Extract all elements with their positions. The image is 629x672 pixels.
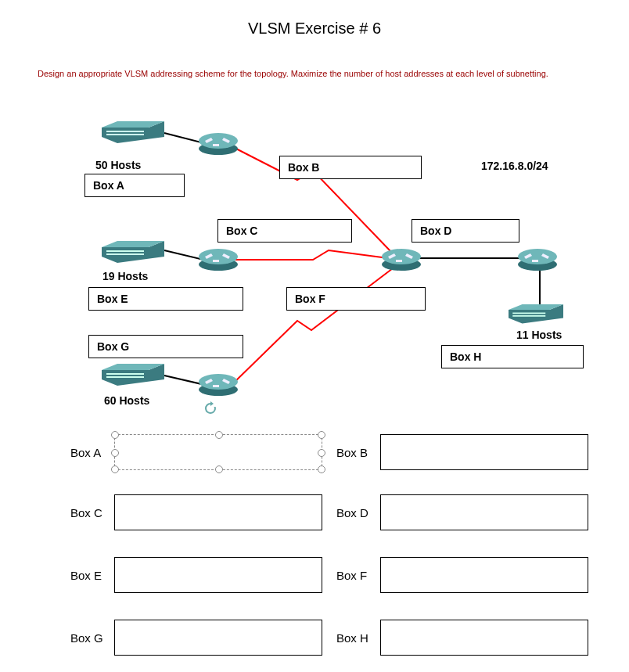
answer-row-g: Box G [70,620,322,656]
svg-rect-7 [106,131,144,132]
svg-rect-14 [106,253,144,255]
page: VLSM Exercise # 6 Design an appropriate … [0,0,629,672]
answer-field-b[interactable] [380,434,588,470]
exercise-instructions: Design an appropriate VLSM addressing sc… [38,69,548,78]
answer-field-h[interactable] [380,620,588,656]
answer-label-c: Box C [70,506,114,519]
answer-field-a[interactable] [114,434,322,470]
network-address: 172.16.8.0/24 [481,160,548,172]
router-icon [516,247,559,272]
answer-field-g[interactable] [114,620,322,656]
topology-box-b: Box B [279,156,422,179]
switch-icon [509,304,563,327]
router-icon [197,131,239,156]
svg-rect-8 [106,134,144,135]
answer-label-e: Box E [70,569,114,582]
hosts-count-e: 19 Hosts [102,270,148,282]
svg-rect-28 [106,376,144,378]
topology-box-h: Box H [441,345,584,368]
answer-row-c: Box C [70,494,322,530]
hosts-count-g: 60 Hosts [104,394,149,407]
topology-box-d: Box D [412,219,519,243]
answer-row-b: Box B [336,434,588,470]
switch-icon [102,121,164,145]
hosts-count-h: 11 Hosts [516,329,562,341]
router-icon [197,372,239,397]
answer-label-h: Box H [336,631,380,645]
answer-field-c[interactable] [114,494,322,530]
topology-box-g: Box G [88,335,243,358]
switch-icon [102,364,164,387]
answer-field-f[interactable] [380,557,588,593]
answer-field-d[interactable] [380,494,588,530]
answer-row-d: Box D [336,494,588,530]
answer-field-e[interactable] [114,557,322,593]
hosts-count-a: 50 Hosts [95,159,141,171]
router-icon [380,247,422,272]
router-icon [197,247,239,272]
page-title: VLSM Exercise # 6 [0,20,629,38]
answer-row-e: Box E [70,557,322,593]
svg-rect-23 [512,313,545,314]
switch-icon [102,241,164,264]
answer-label-a: Box A [70,446,114,459]
topology-box-e: Box E [88,287,243,311]
topology-box-a: Box A [84,174,185,197]
answer-row-f: Box F [336,557,588,593]
answer-label-g: Box G [70,631,114,645]
svg-rect-24 [512,315,545,317]
svg-rect-13 [106,250,144,252]
svg-rect-27 [106,373,144,375]
answer-label-f: Box F [336,569,380,582]
topology-box-c: Box C [217,219,352,243]
rotate-icon[interactable] [203,401,217,415]
answer-label-b: Box B [336,446,380,459]
answer-label-d: Box D [336,506,380,519]
answer-row-a: Box A [70,434,322,470]
answer-row-h: Box H [336,620,588,656]
topology-box-f: Box F [286,287,426,311]
